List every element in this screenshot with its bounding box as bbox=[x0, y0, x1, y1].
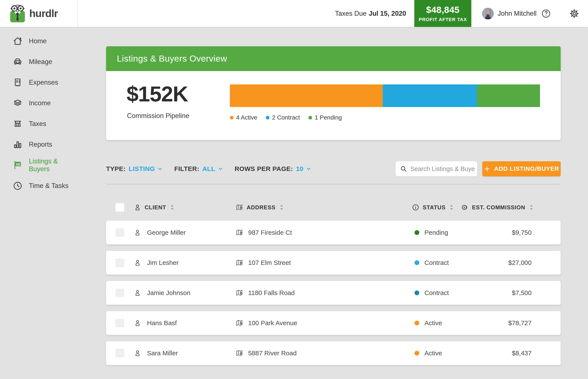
add-listing-buyer-button[interactable]: ADD LISTING/BUYER bbox=[482, 161, 561, 176]
column-header-address[interactable]: ADDRESS bbox=[235, 197, 284, 218]
bar-chart-icon bbox=[13, 139, 23, 150]
bar-segment-pending[interactable] bbox=[477, 84, 540, 107]
sidebar-item-expenses[interactable]: $ Expenses bbox=[0, 72, 78, 93]
column-header-label: STATUS bbox=[423, 204, 446, 211]
column-header-label: ADDRESS bbox=[247, 204, 275, 211]
user-name[interactable]: John Mitchell bbox=[498, 0, 537, 27]
info-icon bbox=[412, 204, 420, 211]
person-icon bbox=[134, 229, 141, 237]
person-icon bbox=[134, 289, 141, 297]
sidebar-item-label: Home bbox=[29, 37, 47, 45]
sidebar-item-listings-buyers[interactable]: SALE Listings & Buyers bbox=[0, 155, 78, 175]
map-pin-icon bbox=[235, 319, 243, 327]
filter-filter[interactable]: FILTER: ALL bbox=[174, 165, 223, 173]
column-header-commission[interactable]: $ EST. COMMISSION bbox=[461, 197, 534, 218]
svg-text:SALE: SALE bbox=[16, 164, 21, 166]
sale-sign-icon: SALE bbox=[13, 160, 23, 170]
row-checkbox[interactable] bbox=[116, 288, 124, 297]
home-icon bbox=[13, 36, 23, 46]
table-row[interactable]: Jamie Johnson 1180 Falls Road Contract $… bbox=[106, 281, 561, 305]
taxes-due: Taxes Due Jul 15, 2020 bbox=[335, 0, 406, 27]
chevron-down-icon bbox=[157, 166, 163, 172]
status-dot bbox=[415, 351, 419, 356]
pipeline-label: Commission Pipeline bbox=[127, 112, 189, 120]
column-header-status[interactable]: STATUS bbox=[412, 197, 454, 218]
person-icon bbox=[134, 319, 141, 327]
table-row[interactable]: Sara Miller 5887 River Road Active $8,43… bbox=[106, 341, 561, 365]
table-row[interactable]: Hans Basf 100 Park Avenue Active $78,727 bbox=[106, 311, 561, 335]
sidebar-item-reports[interactable]: Reports bbox=[0, 134, 78, 155]
client-name: Jim Lesher bbox=[147, 259, 179, 266]
legend-dot-contract bbox=[266, 116, 270, 120]
rows-per-page-label: ROWS PER PAGE: bbox=[235, 165, 293, 173]
chevron-down-icon bbox=[306, 166, 312, 172]
bar-segment-contract[interactable] bbox=[383, 84, 477, 107]
legend-label: 2 Contract bbox=[272, 114, 300, 121]
table-row[interactable]: Jim Lesher 107 Elm Street Contract $27,0… bbox=[106, 251, 561, 275]
est-commission: $8,437 bbox=[512, 341, 532, 365]
taxes-due-date: Jul 15, 2020 bbox=[369, 10, 406, 17]
bar-segment-active[interactable] bbox=[230, 84, 383, 107]
commission-pipeline-bar bbox=[230, 84, 540, 107]
address: 107 Elm Street bbox=[248, 259, 291, 266]
help-button[interactable] bbox=[541, 0, 551, 27]
client-name: Hans Basf bbox=[147, 319, 177, 327]
search-box bbox=[396, 161, 477, 176]
address: 987 Fireside Ct bbox=[248, 229, 292, 236]
row-checkbox[interactable] bbox=[116, 258, 124, 267]
status-dot bbox=[415, 321, 419, 325]
map-pin-icon bbox=[235, 259, 243, 267]
address: 100 Park Avenue bbox=[248, 319, 297, 327]
chevron-down-icon bbox=[217, 166, 223, 172]
sidebar-item-mileage[interactable]: Mileage bbox=[0, 51, 78, 72]
topbar: hurdlr Taxes Due Jul 15, 2020 $48,845 PR… bbox=[0, 0, 588, 27]
status-label: Active bbox=[424, 319, 442, 327]
legend-item-contract: 2 Contract bbox=[266, 114, 300, 121]
logo[interactable]: hurdlr bbox=[0, 0, 78, 27]
add-listing-buyer-label: ADD LISTING/BUYER bbox=[494, 165, 559, 172]
row-checkbox[interactable] bbox=[116, 319, 124, 327]
receipt-icon: $ bbox=[13, 77, 23, 88]
sidebar-item-home[interactable]: Home bbox=[0, 31, 78, 51]
listings-table: George Miller 987 Fireside Ct Pending $9… bbox=[106, 221, 561, 365]
person-icon bbox=[134, 259, 141, 267]
sidebar-item-label: Taxes bbox=[29, 120, 46, 128]
status-label: Active bbox=[424, 349, 442, 357]
rows-per-page-filter[interactable]: ROWS PER PAGE: 10 bbox=[235, 165, 312, 173]
legend-item-pending: 1 Pending bbox=[308, 114, 342, 121]
person-icon bbox=[134, 204, 141, 211]
sidebar-item-income[interactable]: Income bbox=[0, 93, 78, 113]
overview-card-body: $152K Commission Pipeline 4 Active 2 Con… bbox=[106, 71, 561, 140]
clock-icon bbox=[13, 181, 23, 191]
gear-icon bbox=[569, 8, 579, 19]
avatar[interactable] bbox=[482, 8, 494, 19]
sidebar-item-label: Reports bbox=[29, 141, 52, 148]
row-checkbox[interactable] bbox=[116, 349, 124, 357]
status-dot bbox=[415, 290, 419, 295]
map-pin-icon bbox=[235, 203, 243, 211]
sidebar-item-label: Time & Tasks bbox=[29, 182, 68, 190]
sort-icon bbox=[528, 204, 534, 211]
client-name: Sara Miller bbox=[147, 349, 178, 357]
sidebar-item-time-tasks[interactable]: Time & Tasks bbox=[0, 175, 78, 196]
divider bbox=[106, 184, 561, 185]
column-header-client[interactable]: CLIENT bbox=[134, 197, 175, 218]
est-commission: $27,000 bbox=[508, 251, 532, 275]
type-filter[interactable]: TYPE: LISTING bbox=[106, 165, 163, 173]
table-row[interactable]: George Miller 987 Fireside Ct Pending $9… bbox=[106, 221, 561, 244]
search-input[interactable] bbox=[410, 165, 475, 173]
coins-icon: $ bbox=[461, 204, 469, 211]
map-pin-icon bbox=[235, 349, 243, 357]
legend-label: 1 Pending bbox=[315, 114, 342, 121]
brand-name: hurdlr bbox=[29, 8, 58, 19]
address: 5887 River Road bbox=[248, 349, 297, 357]
select-all-checkbox[interactable] bbox=[116, 203, 124, 212]
profit-after-tax-widget[interactable]: $48,845 PROFIT AFTER TAX bbox=[414, 0, 471, 27]
main-panel: Listings & Buyers Overview $152K Commiss… bbox=[78, 27, 588, 379]
row-checkbox[interactable] bbox=[116, 228, 124, 237]
map-pin-icon bbox=[235, 289, 243, 297]
sidebar-item-taxes[interactable]: Taxes bbox=[0, 113, 78, 134]
settings-button[interactable] bbox=[569, 0, 579, 27]
overview-title: Listings & Buyers Overview bbox=[117, 54, 227, 64]
type-filter-label: TYPE: bbox=[106, 165, 126, 173]
